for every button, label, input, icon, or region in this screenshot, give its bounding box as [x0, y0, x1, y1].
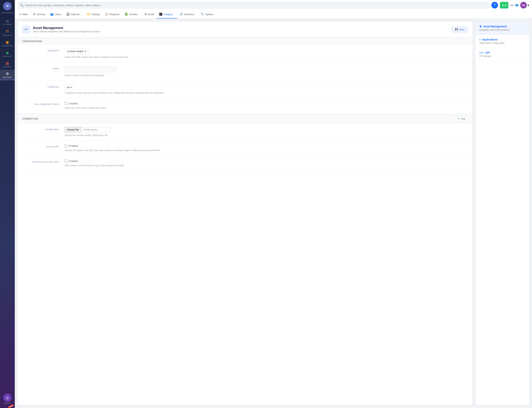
sidebar-item-settings[interactable]: ⚙ Settings: [0, 70, 15, 80]
add-shortcut-checkbox[interactable]: [65, 160, 68, 163]
categories-help: Categories whose requests may be linked …: [65, 92, 468, 95]
choose-file-button[interactable]: Choose File: [65, 127, 81, 132]
nav-tabs: ≡ Index ⚙ General 👥 Users 🎧 Help De... 📁…: [15, 10, 532, 19]
tab-label: Index: [22, 13, 28, 16]
right-sidebar-item-api[interactable]: </> API API settings.: [475, 48, 529, 61]
save-button[interactable]: 💾 Save: [451, 26, 468, 33]
tab-gamification[interactable]: 🔗 Gamifica...: [177, 10, 198, 18]
tab-label: System: [205, 13, 213, 16]
categories-dropdown[interactable]: All ▾: [65, 85, 74, 90]
categories-label: Categories: [22, 85, 59, 88]
badge-count: 0: [515, 4, 518, 7]
system-tab-icon: 🔧: [201, 13, 204, 16]
right-applications-icon: ≡: [479, 38, 481, 41]
add-shortcut-row: Add shortcut to tool menu Enabled Add a …: [18, 156, 473, 171]
content-area: ↩ Asset Management Add or edit the integ…: [15, 19, 532, 408]
main-panel: ↩ Asset Management Add or edit the integ…: [18, 22, 473, 405]
right-asset-mgmt-title: 🖥 Asset Management: [479, 25, 525, 28]
gamification-tab-icon: 🔗: [179, 13, 183, 16]
panel-subtitle: Add or edit the integration with differe…: [33, 30, 101, 33]
panel-header-left: ↩ Asset Management Add or edit the integ…: [22, 25, 101, 34]
config-file-label: Configuration: [22, 127, 59, 131]
access-url-row: Access URL Enabled Choose this option if…: [18, 141, 473, 156]
asset-mgmt-icon: ↩: [25, 27, 28, 32]
sidebar-item-requested[interactable]: ▣ Requested: [0, 38, 15, 49]
tab-knowledge[interactable]: 📗 Knowle...: [122, 10, 142, 18]
access-url-help: Choose this option if the URL your users…: [65, 149, 468, 152]
user-avatar[interactable]: PK: [520, 2, 527, 8]
config-file-content: Choose File No file chosen Upload the In…: [65, 127, 468, 137]
settings-icon: ⚙: [6, 71, 9, 76]
categories-chevron: ▾: [70, 86, 72, 89]
sidebar-item-label: Requests: [2, 34, 12, 36]
sidebar-item-reports[interactable]: ▦ Reports: [0, 59, 15, 70]
tab-system[interactable]: 🔧 System: [198, 10, 216, 18]
sidebar-item-label: Requested: [2, 45, 13, 47]
articles-icon: ◉: [6, 51, 9, 55]
right-asset-mgmt-icon: 🖥: [479, 25, 482, 28]
tab-integrations[interactable]: ⬛ Integrati...: [156, 10, 177, 18]
tab-email[interactable]: ✉ Email: [142, 10, 157, 18]
requested-icon: ▣: [6, 40, 9, 44]
avatar-chevron: ▾: [528, 3, 529, 7]
name-row: Name Define a name to identify this inte…: [18, 63, 473, 81]
tab-label: Gamifica...: [184, 13, 196, 16]
access-url-checkbox[interactable]: [65, 144, 68, 147]
integrations-tab-icon: ⬛: [159, 13, 162, 16]
name-content: Define a name to identify this integrati…: [65, 66, 468, 77]
sidebar-item-articles[interactable]: ◉ Articles: [0, 49, 15, 59]
right-sidebar-item-asset-management[interactable]: 🖥 Asset Management Integration with ITAM…: [475, 22, 529, 35]
tab-catalog[interactable]: 📁 Catalog: [84, 10, 102, 18]
right-applications-desc: Applications configuration.: [479, 42, 525, 44]
tab-label: Knowle...: [129, 13, 139, 16]
connection-section: Connection 🔧 Test: [18, 113, 473, 123]
sidebar-item-label: Articles: [3, 55, 12, 57]
sidebar-item-insight[interactable]: ◎ Insight TRIAL: [0, 391, 15, 406]
application-dropdown[interactable]: InvGate Insight ▾: [65, 48, 88, 54]
index-tab-icon: ≡: [19, 13, 21, 16]
panel-title: Asset Management: [33, 26, 101, 30]
link-config-checkbox-text: Enabled: [69, 102, 78, 105]
tab-general[interactable]: ⚙ General: [31, 10, 48, 18]
sidebar-item-requests[interactable]: !! Requests: [0, 27, 15, 38]
requests-icon: !!: [6, 29, 9, 34]
add-shortcut-checkbox-label[interactable]: Enabled: [65, 160, 468, 163]
right-applications-title: ≡ Applications: [479, 38, 525, 41]
help-button[interactable]: ?: [491, 2, 498, 8]
sidebar: ⟳ Dashboard ⚌ My Work !! Requests ▣ Requ…: [0, 0, 15, 408]
right-sidebar-item-applications[interactable]: ≡ Applications Applications configuratio…: [475, 35, 529, 48]
tab-label: Users: [55, 13, 61, 16]
add-button[interactable]: + ▾: [500, 2, 508, 8]
reports-icon: ▦: [6, 61, 9, 65]
tab-label: Integrati...: [164, 13, 174, 16]
link-config-checkbox[interactable]: [65, 102, 68, 105]
search-input[interactable]: [25, 4, 487, 7]
tab-label: Help De...: [71, 13, 82, 16]
name-input[interactable]: [65, 66, 116, 72]
config-section-title: Configuration: [18, 37, 473, 45]
tab-label: General: [37, 13, 45, 16]
add-shortcut-help: Add a button to the left menu to go to t…: [65, 164, 468, 167]
sidebar-logo[interactable]: ⟳: [3, 2, 12, 10]
tab-help-desk[interactable]: 🎧 Help De...: [64, 10, 84, 18]
link-config-checkbox-label[interactable]: Enabled: [65, 102, 468, 105]
test-label: Test: [461, 118, 465, 120]
tab-requests[interactable]: 📋 Requests: [102, 10, 122, 18]
application-row: Application InvGate Insight ▾ Select the…: [18, 45, 473, 63]
access-url-checkbox-label[interactable]: Enabled: [65, 144, 468, 147]
tab-label: Catalog: [92, 13, 100, 16]
topbar: 🔍 ? + ▾ 👓 0 PK ▾: [15, 0, 532, 10]
add-shortcut-content: Enabled Add a button to the left menu to…: [65, 160, 468, 167]
sidebar-item-my-work[interactable]: ⚌ My Work: [0, 17, 15, 27]
add-chevron: ▾: [505, 3, 506, 7]
right-asset-mgmt-desc: Integration with ITAM solutions.: [479, 29, 525, 31]
test-button[interactable]: 🔧 Test: [455, 116, 468, 121]
tab-users[interactable]: 👥 Users: [48, 10, 64, 18]
tab-index[interactable]: ≡ Index: [17, 10, 31, 18]
panel-title-area: Asset Management Add or edit the integra…: [33, 26, 101, 33]
add-shortcut-label: Add shortcut to tool menu: [22, 160, 59, 163]
config-file-row: Configuration Choose File No file chosen…: [18, 123, 473, 141]
right-api-icon: </>: [479, 51, 484, 54]
add-shortcut-checkbox-text: Enabled: [69, 160, 78, 162]
avatar-container[interactable]: PK ▾: [520, 2, 529, 8]
